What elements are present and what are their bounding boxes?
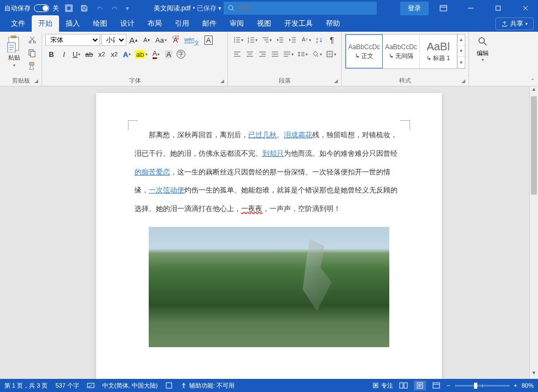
style-down-icon[interactable]: ▼: [458, 46, 465, 57]
style-正文[interactable]: AaBbCcDc↳ 正文: [346, 34, 383, 68]
window-icon[interactable]: [63, 3, 74, 14]
underline-icon[interactable]: U▾: [71, 48, 83, 60]
vertical-scrollbar[interactable]: ▲ ▼: [529, 86, 538, 379]
phonetic-guide-icon[interactable]: wén文: [183, 34, 201, 46]
show-marks-icon[interactable]: ¶: [326, 34, 338, 46]
font-launcher-icon[interactable]: ◢: [220, 78, 224, 84]
toggle-switch[interactable]: [34, 4, 49, 12]
numbering-icon[interactable]: 123▾: [245, 34, 259, 46]
collapse-ribbon-icon[interactable]: ⌃: [530, 78, 535, 84]
increase-indent-icon[interactable]: [286, 34, 299, 46]
style-标题 1[interactable]: AaBl↳ 标题 1: [420, 34, 457, 68]
redo-icon[interactable]: [109, 3, 120, 14]
accessibility-status[interactable]: 辅助功能: 不可用: [180, 382, 235, 390]
change-case-icon[interactable]: Aa▾: [154, 34, 168, 46]
document-image[interactable]: [149, 227, 389, 347]
share-button[interactable]: 共享 ▾: [495, 17, 534, 30]
web-layout-icon[interactable]: [430, 381, 442, 390]
search-input[interactable]: [238, 4, 372, 12]
tab-文件[interactable]: 文件: [4, 15, 32, 32]
minimize-icon[interactable]: [458, 0, 483, 16]
save-icon[interactable]: [79, 3, 90, 14]
multilevel-list-icon[interactable]: ▾: [260, 34, 273, 46]
tab-插入[interactable]: 插入: [59, 15, 86, 32]
distribute-icon[interactable]: ▾: [282, 48, 295, 60]
borders-icon[interactable]: ▾: [324, 48, 338, 60]
close-icon[interactable]: [513, 0, 538, 16]
superscript-icon[interactable]: x2: [108, 48, 120, 60]
font-family-select[interactable]: 宋体: [45, 34, 100, 46]
style-无间隔[interactable]: AaBbCcDc↳ 无间隔: [383, 34, 420, 68]
scroll-down-icon[interactable]: ▼: [530, 370, 538, 379]
asian-layout-icon[interactable]: A▾: [299, 34, 313, 46]
tab-视图[interactable]: 视图: [250, 15, 278, 32]
read-mode-icon[interactable]: [397, 381, 410, 390]
undo-icon[interactable]: [94, 3, 105, 14]
style-more-icon[interactable]: ▼: [458, 57, 465, 68]
styles-gallery[interactable]: AaBbCcDc↳ 正文AaBbCcDc↳ 无间隔AaBl↳ 标题 1▲▼▼: [345, 34, 465, 69]
language-indicator[interactable]: 中文(简体, 中国大陆): [102, 382, 157, 390]
font-color-icon[interactable]: A▾: [150, 48, 162, 60]
char-shading-icon[interactable]: A: [162, 48, 174, 60]
bold-icon[interactable]: B: [45, 48, 57, 60]
maximize-icon[interactable]: [486, 0, 511, 16]
scrollbar-thumb[interactable]: [531, 96, 537, 195]
copy-icon[interactable]: [27, 48, 37, 58]
align-left-icon[interactable]: [231, 48, 243, 60]
tab-引用[interactable]: 引用: [168, 15, 196, 32]
decrease-indent-icon[interactable]: [274, 34, 286, 46]
enclose-char-icon[interactable]: 字: [175, 48, 187, 60]
login-button[interactable]: 登录: [400, 2, 429, 15]
document-paragraph[interactable]: 那离愁，深秋再回首，离别后，已过几秋。泪成霜花残，独留暗想，对镜梳妆，泪已干行。…: [134, 126, 404, 218]
tab-帮助[interactable]: 帮助: [319, 15, 347, 32]
style-up-icon[interactable]: ▲: [458, 34, 465, 46]
search-box[interactable]: [224, 2, 377, 15]
zoom-handle[interactable]: [474, 383, 477, 389]
sort-icon[interactable]: AZ: [313, 34, 325, 46]
macro-icon[interactable]: [165, 382, 173, 390]
tab-开始[interactable]: 开始: [32, 15, 59, 32]
styles-launcher-icon[interactable]: ◢: [461, 78, 465, 84]
bullets-icon[interactable]: ▾: [231, 34, 245, 46]
format-painter-icon[interactable]: [27, 61, 37, 71]
justify-icon[interactable]: [269, 48, 281, 60]
document-area[interactable]: 那离愁，深秋再回首，离别后，已过几秋。泪成霜花残，独留暗想，对镜梳妆，泪已干行。…: [0, 86, 538, 379]
grow-font-icon[interactable]: A▴: [127, 34, 139, 46]
text-effects-icon[interactable]: A▾: [121, 48, 133, 60]
subscript-icon[interactable]: x2: [96, 48, 108, 60]
focus-mode[interactable]: 专注: [372, 382, 393, 390]
clipboard-launcher-icon[interactable]: ◢: [34, 78, 38, 84]
print-layout-icon[interactable]: [414, 381, 426, 390]
autosave-toggle[interactable]: 自动保存 关: [4, 4, 59, 13]
line-spacing-icon[interactable]: ▾: [296, 48, 309, 60]
zoom-out-icon[interactable]: −: [447, 382, 450, 389]
strikethrough-icon[interactable]: ab: [83, 48, 95, 60]
tab-审阅[interactable]: 审阅: [223, 15, 250, 32]
tab-绘图[interactable]: 绘图: [86, 15, 114, 32]
spellcheck-icon[interactable]: [87, 382, 95, 390]
align-center-icon[interactable]: [244, 48, 256, 60]
shrink-font-icon[interactable]: A▾: [141, 34, 153, 46]
cut-icon[interactable]: [27, 35, 37, 45]
clear-format-icon[interactable]: A⌫: [169, 34, 182, 46]
tab-布局[interactable]: 布局: [141, 15, 168, 32]
tab-设计[interactable]: 设计: [114, 15, 141, 32]
paragraph-launcher-icon[interactable]: ◢: [334, 78, 338, 84]
tab-邮件[interactable]: 邮件: [196, 15, 223, 32]
scroll-up-icon[interactable]: ▲: [530, 86, 538, 95]
zoom-slider[interactable]: [455, 385, 510, 387]
zoom-level[interactable]: 80%: [522, 382, 534, 389]
zoom-in-icon[interactable]: +: [514, 382, 517, 389]
ribbon-display-icon[interactable]: [431, 0, 456, 16]
find-button[interactable]: 编辑 ▾: [472, 34, 493, 65]
font-size-select[interactable]: 小四: [101, 34, 126, 46]
shading-icon[interactable]: ▾: [310, 48, 324, 60]
italic-icon[interactable]: I: [58, 48, 70, 60]
highlight-icon[interactable]: ab▾: [133, 48, 149, 60]
paste-button[interactable]: 粘贴 ▾: [3, 34, 25, 69]
tab-开发工具[interactable]: 开发工具: [278, 15, 319, 32]
word-count[interactable]: 537 个字: [55, 382, 79, 390]
page-indicator[interactable]: 第 1 页，共 3 页: [4, 382, 48, 390]
align-right-icon[interactable]: [256, 48, 268, 60]
char-border-icon[interactable]: A: [202, 34, 214, 46]
